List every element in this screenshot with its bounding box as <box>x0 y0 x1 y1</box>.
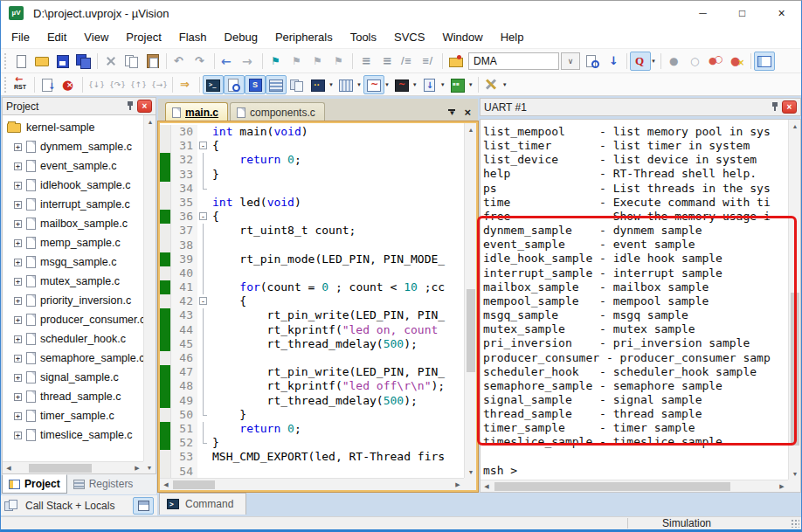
scroll-up-icon[interactable]: ▲ <box>144 115 156 128</box>
watch-window-dropdown-icon[interactable]: ▼ <box>328 82 334 87</box>
code-editor[interactable]: 30int main(void)31-{32 return 0;33}3435i… <box>158 121 478 492</box>
analysis-window-dropdown-icon[interactable]: ▼ <box>412 82 418 87</box>
bookmark-next-button[interactable] <box>287 52 308 71</box>
tab-registers[interactable]: Registers <box>67 474 140 494</box>
callstack-window-button[interactable] <box>287 75 308 94</box>
scroll-left-icon[interactable]: ◀ <box>3 462 15 474</box>
tree-item[interactable]: +priority_inversion.c <box>3 291 143 310</box>
undo-button[interactable] <box>169 52 190 71</box>
scroll-down-icon[interactable]: ▼ <box>465 466 477 478</box>
command-tab[interactable]: Command <box>159 493 246 515</box>
step-over-button[interactable] <box>107 75 128 94</box>
bookmark-toggle-button[interactable] <box>266 52 287 71</box>
expand-icon[interactable]: + <box>14 239 22 247</box>
project-vertical-scrollbar[interactable]: ▲ <box>143 115 156 461</box>
pin-icon[interactable] <box>771 101 779 113</box>
scrollbar-thumb[interactable] <box>173 480 215 489</box>
tree-item[interactable]: +timeslice_sample.c <box>3 425 143 445</box>
cut-button[interactable] <box>100 52 121 71</box>
uart-close-icon[interactable]: × <box>782 100 797 114</box>
expand-icon[interactable]: + <box>14 316 22 324</box>
scroll-left-icon[interactable]: ◀ <box>481 480 493 493</box>
editor-close-icon[interactable]: × <box>464 107 471 118</box>
expand-icon[interactable]: + <box>14 259 22 266</box>
tree-item[interactable]: +idlehook_sample.c <box>3 176 143 195</box>
system-viewer-dropdown-icon[interactable]: ▼ <box>468 82 474 87</box>
fold-collapse-icon[interactable]: - <box>199 297 207 305</box>
tree-item[interactable]: +mailbox_sample.c <box>3 214 143 233</box>
scroll-up-icon[interactable]: ▲ <box>465 123 477 135</box>
outdent-button[interactable] <box>377 52 398 71</box>
menu-peripherals[interactable]: Peripherals <box>266 26 342 47</box>
callstack-grid-button[interactable] <box>133 497 154 515</box>
uart-horizontal-scrollbar[interactable]: ◀ ▶ <box>481 480 788 492</box>
scroll-right-icon[interactable]: ▶ <box>776 480 788 493</box>
bookmark-clear-button[interactable] <box>328 52 349 71</box>
maximize-button[interactable]: □ <box>722 1 762 25</box>
command-window-button[interactable] <box>203 75 224 94</box>
uart-vertical-scrollbar[interactable]: ▲ ▼ <box>788 120 800 480</box>
scrollbar-thumb[interactable] <box>467 289 475 372</box>
toolbar-grip[interactable] <box>4 77 7 93</box>
menu-file[interactable]: File <box>3 26 38 47</box>
tree-item[interactable]: +event_sample.c <box>3 156 143 176</box>
toolbox-button[interactable] <box>481 75 502 94</box>
symbol-window-button[interactable] <box>245 75 266 94</box>
expand-icon[interactable]: + <box>14 335 22 343</box>
scroll-down-icon[interactable]: ▼ <box>789 467 801 480</box>
tree-item[interactable]: +interrupt_sample.c <box>3 195 143 214</box>
menu-flash[interactable]: Flash <box>170 26 216 47</box>
pin-icon[interactable] <box>126 100 135 112</box>
step-out-button[interactable] <box>128 75 149 94</box>
reset-button[interactable] <box>10 75 31 94</box>
tree-item[interactable]: +scheduler_hook.c <box>3 329 143 349</box>
stop-button[interactable] <box>59 75 80 94</box>
expand-icon[interactable]: + <box>14 297 22 305</box>
open-file-button[interactable] <box>31 52 52 71</box>
expand-icon[interactable]: + <box>14 393 22 401</box>
uart-terminal[interactable]: list_mempool - list memory pool in sysli… <box>480 119 801 493</box>
memory-window-dropdown-icon[interactable]: ▼ <box>356 82 362 87</box>
scroll-right-icon[interactable]: ▶ <box>452 479 464 491</box>
target-select-dropdown-icon[interactable]: ∨ <box>561 52 580 70</box>
tree-item[interactable]: +mutex_sample.c <box>3 272 143 291</box>
watch-window-button[interactable] <box>308 75 328 94</box>
windows-layout-button[interactable] <box>754 52 775 71</box>
analysis-window-button[interactable] <box>391 75 412 94</box>
scroll-right-icon[interactable]: ▶ <box>131 462 143 474</box>
tree-item[interactable]: +timer_sample.c <box>3 406 143 425</box>
trace-window-dropdown-icon[interactable]: ▼ <box>440 82 446 87</box>
scrollbar-thumb[interactable] <box>494 482 730 491</box>
kill-all-breakpoints-button[interactable] <box>727 52 748 71</box>
menu-debug[interactable]: Debug <box>216 26 266 47</box>
bookmark-prev-button[interactable] <box>308 52 328 71</box>
run-to-cursor-button[interactable] <box>149 75 169 94</box>
menu-help[interactable]: Help <box>492 26 533 47</box>
menu-view[interactable]: View <box>75 26 117 47</box>
show-next-statement-button[interactable] <box>176 75 197 94</box>
quick-find-dropdown-icon[interactable]: ▼ <box>651 59 656 64</box>
run-button[interactable] <box>38 75 59 94</box>
expand-icon[interactable]: + <box>14 201 22 209</box>
toolbar-grip[interactable] <box>4 53 7 69</box>
system-viewer-button[interactable] <box>447 75 468 94</box>
close-button[interactable]: × <box>762 1 801 25</box>
expand-icon[interactable]: + <box>14 278 22 286</box>
find-in-files-button[interactable] <box>582 52 603 71</box>
expand-icon[interactable]: + <box>14 182 22 190</box>
tree-item[interactable]: +semaphore_sample.c <box>3 349 143 368</box>
scroll-down-icon[interactable]: ▼ <box>143 461 156 473</box>
tab-components-c[interactable]: components.c <box>230 102 325 121</box>
uncomment-button[interactable] <box>418 52 439 71</box>
menu-project[interactable]: Project <box>117 26 169 47</box>
tree-item[interactable]: +dynmem_sample.c <box>3 137 143 156</box>
toggle-breakpoint-button[interactable] <box>664 52 685 71</box>
expand-icon[interactable]: + <box>14 374 22 382</box>
scrollbar-thumb[interactable] <box>791 293 799 446</box>
disassembly-window-button[interactable] <box>224 75 245 94</box>
menu-window[interactable]: Window <box>433 26 491 47</box>
save-button[interactable] <box>52 52 73 71</box>
fold-collapse-icon[interactable]: - <box>199 142 207 149</box>
paste-button[interactable] <box>142 52 163 71</box>
expand-icon[interactable]: + <box>14 432 22 439</box>
